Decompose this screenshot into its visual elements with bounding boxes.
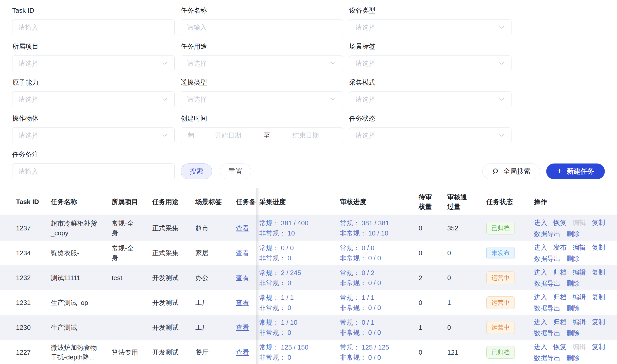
remark-input[interactable]: 请输入: [12, 163, 175, 179]
action-link[interactable]: 编辑: [573, 293, 586, 301]
action-link[interactable]: 数据导出: [534, 254, 560, 263]
plus-icon: +: [557, 167, 562, 176]
field-label: 场景标签: [349, 43, 511, 50]
cell-purpose: 开发测试: [152, 348, 195, 357]
action-link[interactable]: 归档: [553, 293, 567, 301]
action-link[interactable]: 删除: [567, 230, 580, 238]
action-link[interactable]: 进入: [534, 293, 547, 301]
action-link[interactable]: 数据导出: [534, 354, 560, 362]
action-link[interactable]: 编辑: [573, 243, 586, 251]
progress-line: 常规： 125 / 125: [340, 342, 419, 352]
calendar-icon: [187, 132, 195, 139]
action-link[interactable]: 复制: [592, 293, 605, 301]
action-link[interactable]: 恢复: [553, 343, 567, 351]
select-input[interactable]: 请选择: [181, 92, 343, 107]
action-link[interactable]: 复制: [592, 343, 605, 351]
cell-remark: 查看: [236, 298, 256, 307]
column-header: 待审核量: [419, 192, 445, 211]
task-table: Task ID任务名称所属项目任务用途场景标签任务备注采集进度审核进度待审核量审…: [0, 188, 617, 364]
cell-collect-progress: 常规： 0 / 0非常规： 0: [256, 243, 340, 263]
filter-field: 任务用途请选择: [181, 43, 343, 71]
cell-pending-count: 0: [419, 223, 445, 233]
action-link[interactable]: 进入: [534, 318, 547, 326]
column-header: Task ID: [0, 197, 51, 207]
action-link[interactable]: 数据导出: [534, 279, 560, 287]
action-link[interactable]: 进入: [534, 343, 547, 351]
action-link[interactable]: 复制: [592, 243, 605, 251]
action-links: 进入恢复编辑复制数据导出删除: [534, 343, 612, 362]
action-link[interactable]: 编辑: [573, 268, 586, 276]
action-links: 进入归档编辑复制数据导出删除: [534, 318, 612, 337]
cell-status: 已归档: [483, 222, 534, 234]
cell-collect-progress: 常规： 125 / 150非常规： 0: [256, 342, 340, 362]
action-links: 进入归档编辑复制数据导出删除: [534, 268, 612, 287]
action-link[interactable]: 数据导出: [534, 304, 560, 312]
select-input[interactable]: 请选择: [12, 128, 175, 143]
select-input[interactable]: 请选择: [12, 56, 175, 71]
view-remark-link[interactable]: 查看: [236, 349, 249, 356]
view-remark-link[interactable]: 查看: [236, 249, 249, 257]
reset-button[interactable]: 重置: [220, 163, 251, 179]
search-button[interactable]: 搜索: [181, 163, 212, 179]
action-link[interactable]: 发布: [553, 243, 567, 251]
action-link[interactable]: 进入: [534, 243, 547, 251]
view-remark-link[interactable]: 查看: [236, 274, 249, 282]
select-input[interactable]: 请选择: [349, 20, 511, 35]
action-link[interactable]: 复制: [592, 268, 605, 276]
filter-field: 操作物体请选择: [12, 115, 175, 143]
global-search-button[interactable]: 全局搜索: [482, 163, 540, 179]
status-badge: 运营中: [486, 271, 515, 284]
field-label: 原子能力: [12, 79, 175, 86]
select-input[interactable]: 请选择: [181, 56, 343, 71]
filter-field-remark: 任务备注 请输入: [12, 151, 175, 179]
progress-line: 非常规： 0: [259, 327, 340, 338]
new-task-button[interactable]: + 新建任务: [546, 163, 605, 179]
filter-field: 遥操类型请选择: [181, 79, 343, 107]
select-placeholder: 请选择: [19, 95, 158, 104]
action-link[interactable]: 归档: [553, 268, 567, 276]
action-link[interactable]: 数据导出: [534, 230, 560, 238]
text-input[interactable]: 请输入: [181, 20, 343, 35]
date-range-input[interactable]: 开始日期至结束日期: [181, 128, 343, 143]
cell-scene: 办公: [195, 273, 236, 283]
action-link[interactable]: 复制: [592, 219, 605, 227]
action-link[interactable]: 归档: [553, 318, 567, 326]
text-input[interactable]: 请输入: [12, 20, 175, 35]
select-input[interactable]: 请选择: [349, 56, 511, 71]
action-link[interactable]: 编辑: [573, 318, 586, 326]
view-remark-link[interactable]: 查看: [236, 299, 249, 306]
cell-project: 算法专用: [112, 348, 152, 357]
action-link[interactable]: 恢复: [553, 219, 567, 227]
action-link[interactable]: 删除: [567, 304, 580, 312]
cell-approved-count: 352: [445, 223, 483, 233]
action-link[interactable]: 删除: [567, 329, 580, 337]
select-input[interactable]: 请选择: [349, 128, 511, 143]
cell-remark: 查看: [236, 273, 256, 283]
action-link[interactable]: 删除: [567, 254, 580, 263]
view-remark-link[interactable]: 查看: [236, 324, 249, 331]
cell-review-progress: 常规： 381 / 381非常规： 10 / 10: [340, 218, 419, 238]
cell-pending-count: 2: [419, 273, 445, 283]
field-label: 采集模式: [349, 79, 511, 86]
progress-line: 非常规： 10: [259, 228, 340, 238]
chevron-down-icon: [498, 60, 505, 67]
action-link[interactable]: 数据导出: [534, 329, 560, 337]
action-link[interactable]: 进入: [534, 219, 547, 227]
filter-field: 任务名称请输入: [181, 7, 343, 35]
filter-grid: Task ID请输入任务名称请输入设备类型请选择所属项目请选择任务用途请选择场景…: [0, 0, 617, 143]
filter-field: 创建时间开始日期至结束日期: [181, 115, 343, 143]
progress-line: 常规： 1 / 10: [259, 317, 340, 327]
status-badge: 未发布: [486, 247, 515, 259]
filter-field: 设备类型请选择: [349, 7, 511, 35]
cell-task-name: 微波炉加热食物-干扰-depth降...: [51, 343, 112, 362]
column-header: 任务状态: [483, 197, 534, 207]
cell-scene: 超市: [195, 223, 236, 233]
action-link[interactable]: 删除: [567, 354, 580, 362]
action-link[interactable]: 删除: [567, 279, 580, 287]
action-link[interactable]: 进入: [534, 268, 547, 276]
view-remark-link[interactable]: 查看: [236, 224, 249, 232]
action-link[interactable]: 复制: [592, 318, 605, 326]
select-input[interactable]: 请选择: [349, 92, 511, 107]
filter-field: Task ID请输入: [12, 7, 175, 35]
select-input[interactable]: 请选择: [12, 92, 175, 107]
